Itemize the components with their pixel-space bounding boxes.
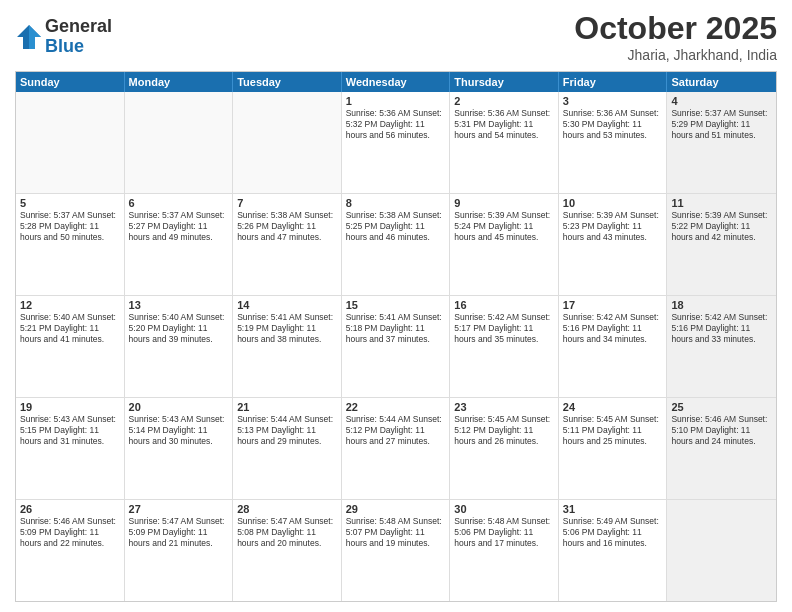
cell-daylight-text: Sunrise: 5:40 AM Sunset: 5:20 PM Dayligh… — [129, 312, 229, 345]
weekday-header: Thursday — [450, 72, 559, 92]
page: General Blue October 2025 Jharia, Jharkh… — [0, 0, 792, 612]
calendar-cell: 22Sunrise: 5:44 AM Sunset: 5:12 PM Dayli… — [342, 398, 451, 499]
calendar-cell: 16Sunrise: 5:42 AM Sunset: 5:17 PM Dayli… — [450, 296, 559, 397]
calendar-body: 1Sunrise: 5:36 AM Sunset: 5:32 PM Daylig… — [16, 92, 776, 601]
cell-daylight-text: Sunrise: 5:42 AM Sunset: 5:17 PM Dayligh… — [454, 312, 554, 345]
weekday-header: Sunday — [16, 72, 125, 92]
day-number: 28 — [237, 503, 337, 515]
calendar-row: 19Sunrise: 5:43 AM Sunset: 5:15 PM Dayli… — [16, 397, 776, 499]
calendar-row: 26Sunrise: 5:46 AM Sunset: 5:09 PM Dayli… — [16, 499, 776, 601]
day-number: 16 — [454, 299, 554, 311]
calendar-row: 12Sunrise: 5:40 AM Sunset: 5:21 PM Dayli… — [16, 295, 776, 397]
calendar-cell — [667, 500, 776, 601]
calendar-cell: 25Sunrise: 5:46 AM Sunset: 5:10 PM Dayli… — [667, 398, 776, 499]
day-number: 17 — [563, 299, 663, 311]
cell-daylight-text: Sunrise: 5:39 AM Sunset: 5:24 PM Dayligh… — [454, 210, 554, 243]
day-number: 22 — [346, 401, 446, 413]
weekday-header: Tuesday — [233, 72, 342, 92]
calendar-cell: 2Sunrise: 5:36 AM Sunset: 5:31 PM Daylig… — [450, 92, 559, 193]
calendar-cell: 18Sunrise: 5:42 AM Sunset: 5:16 PM Dayli… — [667, 296, 776, 397]
calendar-cell: 14Sunrise: 5:41 AM Sunset: 5:19 PM Dayli… — [233, 296, 342, 397]
cell-daylight-text: Sunrise: 5:49 AM Sunset: 5:06 PM Dayligh… — [563, 516, 663, 549]
location: Jharia, Jharkhand, India — [574, 47, 777, 63]
header: General Blue October 2025 Jharia, Jharkh… — [15, 10, 777, 63]
cell-daylight-text: Sunrise: 5:39 AM Sunset: 5:23 PM Dayligh… — [563, 210, 663, 243]
calendar-header: SundayMondayTuesdayWednesdayThursdayFrid… — [16, 72, 776, 92]
day-number: 19 — [20, 401, 120, 413]
cell-daylight-text: Sunrise: 5:47 AM Sunset: 5:08 PM Dayligh… — [237, 516, 337, 549]
calendar-cell: 3Sunrise: 5:36 AM Sunset: 5:30 PM Daylig… — [559, 92, 668, 193]
day-number: 25 — [671, 401, 772, 413]
cell-daylight-text: Sunrise: 5:38 AM Sunset: 5:25 PM Dayligh… — [346, 210, 446, 243]
logo-icon — [15, 23, 43, 51]
calendar: SundayMondayTuesdayWednesdayThursdayFrid… — [15, 71, 777, 602]
cell-daylight-text: Sunrise: 5:43 AM Sunset: 5:14 PM Dayligh… — [129, 414, 229, 447]
cell-daylight-text: Sunrise: 5:48 AM Sunset: 5:07 PM Dayligh… — [346, 516, 446, 549]
cell-daylight-text: Sunrise: 5:46 AM Sunset: 5:10 PM Dayligh… — [671, 414, 772, 447]
day-number: 6 — [129, 197, 229, 209]
cell-daylight-text: Sunrise: 5:47 AM Sunset: 5:09 PM Dayligh… — [129, 516, 229, 549]
calendar-cell: 30Sunrise: 5:48 AM Sunset: 5:06 PM Dayli… — [450, 500, 559, 601]
cell-daylight-text: Sunrise: 5:48 AM Sunset: 5:06 PM Dayligh… — [454, 516, 554, 549]
calendar-cell: 9Sunrise: 5:39 AM Sunset: 5:24 PM Daylig… — [450, 194, 559, 295]
calendar-cell: 4Sunrise: 5:37 AM Sunset: 5:29 PM Daylig… — [667, 92, 776, 193]
calendar-cell: 24Sunrise: 5:45 AM Sunset: 5:11 PM Dayli… — [559, 398, 668, 499]
logo-text: General Blue — [45, 17, 112, 57]
calendar-cell: 11Sunrise: 5:39 AM Sunset: 5:22 PM Dayli… — [667, 194, 776, 295]
calendar-cell: 15Sunrise: 5:41 AM Sunset: 5:18 PM Dayli… — [342, 296, 451, 397]
cell-daylight-text: Sunrise: 5:36 AM Sunset: 5:32 PM Dayligh… — [346, 108, 446, 141]
cell-daylight-text: Sunrise: 5:38 AM Sunset: 5:26 PM Dayligh… — [237, 210, 337, 243]
cell-daylight-text: Sunrise: 5:42 AM Sunset: 5:16 PM Dayligh… — [563, 312, 663, 345]
cell-daylight-text: Sunrise: 5:36 AM Sunset: 5:31 PM Dayligh… — [454, 108, 554, 141]
calendar-cell: 31Sunrise: 5:49 AM Sunset: 5:06 PM Dayli… — [559, 500, 668, 601]
calendar-cell — [16, 92, 125, 193]
cell-daylight-text: Sunrise: 5:37 AM Sunset: 5:28 PM Dayligh… — [20, 210, 120, 243]
calendar-cell: 17Sunrise: 5:42 AM Sunset: 5:16 PM Dayli… — [559, 296, 668, 397]
calendar-cell: 28Sunrise: 5:47 AM Sunset: 5:08 PM Dayli… — [233, 500, 342, 601]
calendar-cell: 29Sunrise: 5:48 AM Sunset: 5:07 PM Dayli… — [342, 500, 451, 601]
title-block: October 2025 Jharia, Jharkhand, India — [574, 10, 777, 63]
logo-general: General — [45, 16, 112, 36]
calendar-cell: 26Sunrise: 5:46 AM Sunset: 5:09 PM Dayli… — [16, 500, 125, 601]
day-number: 12 — [20, 299, 120, 311]
cell-daylight-text: Sunrise: 5:37 AM Sunset: 5:29 PM Dayligh… — [671, 108, 772, 141]
cell-daylight-text: Sunrise: 5:42 AM Sunset: 5:16 PM Dayligh… — [671, 312, 772, 345]
day-number: 30 — [454, 503, 554, 515]
day-number: 24 — [563, 401, 663, 413]
cell-daylight-text: Sunrise: 5:43 AM Sunset: 5:15 PM Dayligh… — [20, 414, 120, 447]
day-number: 21 — [237, 401, 337, 413]
day-number: 15 — [346, 299, 446, 311]
calendar-cell: 5Sunrise: 5:37 AM Sunset: 5:28 PM Daylig… — [16, 194, 125, 295]
cell-daylight-text: Sunrise: 5:46 AM Sunset: 5:09 PM Dayligh… — [20, 516, 120, 549]
cell-daylight-text: Sunrise: 5:45 AM Sunset: 5:11 PM Dayligh… — [563, 414, 663, 447]
weekday-header: Saturday — [667, 72, 776, 92]
calendar-cell: 19Sunrise: 5:43 AM Sunset: 5:15 PM Dayli… — [16, 398, 125, 499]
calendar-cell: 13Sunrise: 5:40 AM Sunset: 5:20 PM Dayli… — [125, 296, 234, 397]
calendar-cell: 6Sunrise: 5:37 AM Sunset: 5:27 PM Daylig… — [125, 194, 234, 295]
cell-daylight-text: Sunrise: 5:39 AM Sunset: 5:22 PM Dayligh… — [671, 210, 772, 243]
day-number: 29 — [346, 503, 446, 515]
day-number: 13 — [129, 299, 229, 311]
calendar-cell — [125, 92, 234, 193]
day-number: 18 — [671, 299, 772, 311]
weekday-header: Wednesday — [342, 72, 451, 92]
calendar-cell: 23Sunrise: 5:45 AM Sunset: 5:12 PM Dayli… — [450, 398, 559, 499]
day-number: 8 — [346, 197, 446, 209]
cell-daylight-text: Sunrise: 5:40 AM Sunset: 5:21 PM Dayligh… — [20, 312, 120, 345]
cell-daylight-text: Sunrise: 5:41 AM Sunset: 5:19 PM Dayligh… — [237, 312, 337, 345]
day-number: 23 — [454, 401, 554, 413]
cell-daylight-text: Sunrise: 5:44 AM Sunset: 5:12 PM Dayligh… — [346, 414, 446, 447]
calendar-cell: 1Sunrise: 5:36 AM Sunset: 5:32 PM Daylig… — [342, 92, 451, 193]
logo-blue: Blue — [45, 36, 84, 56]
weekday-header: Monday — [125, 72, 234, 92]
month-title: October 2025 — [574, 10, 777, 47]
day-number: 27 — [129, 503, 229, 515]
day-number: 7 — [237, 197, 337, 209]
day-number: 20 — [129, 401, 229, 413]
calendar-cell: 20Sunrise: 5:43 AM Sunset: 5:14 PM Dayli… — [125, 398, 234, 499]
day-number: 26 — [20, 503, 120, 515]
calendar-cell: 10Sunrise: 5:39 AM Sunset: 5:23 PM Dayli… — [559, 194, 668, 295]
day-number: 1 — [346, 95, 446, 107]
day-number: 9 — [454, 197, 554, 209]
calendar-row: 5Sunrise: 5:37 AM Sunset: 5:28 PM Daylig… — [16, 193, 776, 295]
